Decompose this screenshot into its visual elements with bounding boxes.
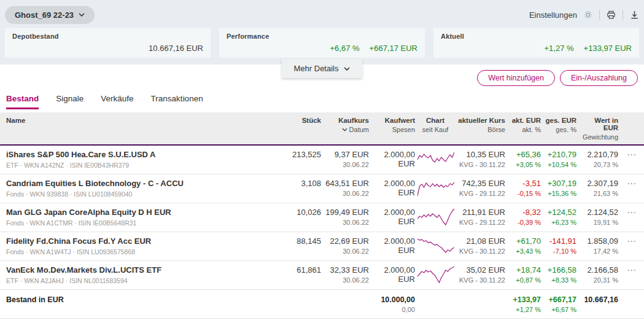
add-value-button[interactable]: Wert hinzufügen bbox=[477, 70, 555, 86]
stueck-cell: 3,108 bbox=[279, 174, 322, 203]
depot-balance-label: Depotbestand bbox=[12, 33, 203, 40]
portfolio-selector[interactable]: Ghost_69 22-23 bbox=[5, 6, 95, 24]
stueck-cell: 10,026 bbox=[279, 203, 322, 232]
row-menu-icon[interactable]: ⋯ bbox=[627, 236, 637, 246]
performance-card: Performance +6,67 % +667,17 EUR bbox=[219, 28, 425, 58]
row-menu-icon[interactable]: ⋯ bbox=[627, 265, 637, 275]
col-aktueller-kurs: aktueller KursBörse bbox=[454, 112, 506, 145]
wert-cell: 2.307,1921,63 % bbox=[578, 174, 619, 203]
stueck-cell: 213,525 bbox=[279, 145, 322, 174]
row-menu-cell: ⋯ bbox=[619, 174, 644, 203]
sparkline-chart bbox=[417, 208, 454, 226]
kurs-cell: 742,35 EURKVG - 29.11.22 bbox=[454, 174, 506, 203]
more-details-label: Mehr Details bbox=[294, 64, 339, 73]
details-action-row: Mehr Details Wert hinzufügen Ein-/Auszah… bbox=[0, 64, 644, 89]
chart-cell bbox=[416, 174, 454, 203]
row-menu-cell: ⋯ bbox=[619, 261, 644, 290]
wert-cell: 1.858,0917,42 % bbox=[578, 232, 619, 261]
security-info: Fonds · WKN A1CTMR · ISIN IE00B5648R31 bbox=[6, 219, 278, 227]
cash-in-out-button[interactable]: Ein-/Auszahlung bbox=[560, 70, 638, 86]
chart-cell bbox=[416, 203, 454, 232]
performance-value: +667,17 EUR bbox=[370, 44, 417, 53]
row-menu-icon[interactable]: ⋯ bbox=[627, 149, 637, 160]
row-menu-cell: ⋯ bbox=[619, 232, 644, 261]
performance-label: Performance bbox=[227, 33, 417, 40]
akt-cell: +18,74+0,87 % bbox=[506, 261, 542, 290]
sparkline-chart bbox=[417, 179, 454, 197]
tab-bestand[interactable]: Bestand bbox=[6, 94, 39, 109]
ges-cell: +307,19+15,36 % bbox=[542, 174, 578, 203]
kurs-cell: 35,02 EURKVG - 30.11.22 bbox=[454, 261, 506, 290]
more-details-button[interactable]: Mehr Details bbox=[282, 59, 363, 78]
col-wert-in-eur: Wert in EURGewichtung bbox=[578, 112, 619, 145]
sort-chevron-down-icon bbox=[342, 128, 347, 131]
kaufwert-cell: 2.000,00 EUR bbox=[370, 261, 416, 290]
security-name[interactable]: iShares S&P 500 Hea.Care S.U.E.USD A bbox=[6, 150, 278, 159]
col-stueck: Stück bbox=[279, 112, 322, 145]
security-cell: Candriam Equities L Biotechnology - C - … bbox=[0, 174, 279, 203]
row-menu-icon[interactable]: ⋯ bbox=[627, 178, 637, 189]
security-name[interactable]: VanEck Mo.Dev.Markets Div.L.UCITS ETF bbox=[6, 265, 278, 275]
security-cell: Fidelity Fd.China Focus Fd.Y Acc EUR Fon… bbox=[0, 232, 279, 261]
akt-cell: +61,70+3,43 % bbox=[506, 232, 542, 261]
row-menu-cell: ⋯ bbox=[619, 145, 644, 174]
table-row: iShares S&P 500 Hea.Care S.U.E.USD A ETF… bbox=[0, 145, 644, 174]
wert-cell: 2.166,5820,31 % bbox=[578, 261, 619, 290]
kaufkurs-cell: 32,33 EUR30.06.22 bbox=[322, 261, 370, 290]
ges-cell: +210,79+10,54 % bbox=[542, 145, 578, 174]
holdings-table: Name Stück Kaufkurs Datum KaufwertSpesen… bbox=[0, 112, 644, 320]
download-icon[interactable] bbox=[630, 10, 639, 20]
akt-cell: -3,51-0,15 % bbox=[506, 174, 542, 203]
ges-cell: +124,52+6,23 % bbox=[542, 203, 578, 232]
security-name[interactable]: Man GLG Japan CoreAlpha Equity D H EUR bbox=[6, 208, 278, 217]
totals-ges: +667,17+6,67 % bbox=[542, 290, 578, 319]
security-info: ETF · WKN A142NZ · ISIN IE00B43HR379 bbox=[6, 162, 278, 169]
sparkline-chart bbox=[417, 236, 454, 255]
tab-bar: Bestand Signale Verkäufe Transaktionen bbox=[0, 89, 644, 109]
kaufwert-cell: 2.000,00 EUR bbox=[370, 145, 416, 174]
col-kaufkurs: Kaufkurs Datum bbox=[322, 112, 370, 145]
current-percent: +1,27 % bbox=[545, 44, 574, 53]
kaufwert-cell: 2.000,00 EUR bbox=[370, 203, 416, 232]
current-label: Aktuell bbox=[441, 33, 632, 40]
chart-cell bbox=[416, 145, 454, 174]
current-card: Aktuell +1,27 % +133,97 EUR bbox=[433, 28, 639, 58]
kaufwert-cell: 2.000,00 EUR bbox=[370, 232, 416, 261]
kaufwert-cell: 2.000,00 EUR bbox=[370, 174, 416, 203]
kaufkurs-cell: 199,49 EUR30.06.22 bbox=[322, 203, 370, 232]
kaufkurs-cell: 22,69 EUR30.06.22 bbox=[322, 232, 370, 261]
kurs-cell: 10,35 EURKVG - 30.11.22 bbox=[454, 145, 506, 174]
settings-label[interactable]: Einstellungen bbox=[529, 10, 577, 20]
chart-cell bbox=[416, 232, 454, 261]
totals-bestand-row: Bestand in EUR 10.000,000,00 +133,97+1,2… bbox=[0, 290, 644, 319]
depot-balance-card: Depotbestand 10.667,16 EUR bbox=[5, 28, 211, 58]
security-name[interactable]: Candriam Equities L Biotechnology - C - … bbox=[6, 179, 278, 188]
ges-cell: +166,58+8,33 % bbox=[542, 261, 578, 290]
row-menu-cell: ⋯ bbox=[619, 203, 644, 232]
tab-signale[interactable]: Signale bbox=[56, 94, 83, 109]
summary-cards: Depotbestand 10.667,16 EUR Performance +… bbox=[5, 28, 639, 58]
chevron-down-icon bbox=[79, 13, 85, 17]
col-menu bbox=[619, 112, 644, 145]
divider bbox=[623, 10, 623, 20]
print-icon[interactable] bbox=[607, 10, 616, 20]
security-info: Fonds · WKN A1W4TJ · ISIN LU0936575868 bbox=[6, 248, 278, 256]
sort-datum[interactable]: Datum bbox=[324, 126, 369, 133]
tab-transaktionen[interactable]: Transaktionen bbox=[151, 94, 203, 109]
sparkline-chart bbox=[417, 150, 454, 168]
chart-cell bbox=[416, 261, 454, 290]
col-kaufwert: KaufwertSpesen bbox=[370, 112, 416, 145]
col-chart: Chartseit Kauf bbox=[416, 112, 454, 145]
tab-verkaeufe[interactable]: Verkäufe bbox=[101, 94, 133, 109]
sparkline-chart bbox=[417, 265, 454, 284]
kurs-cell: 211,91 EURKVG - 29.11.22 bbox=[454, 203, 506, 232]
security-name[interactable]: Fidelity Fd.China Focus Fd.Y Acc EUR bbox=[6, 236, 278, 246]
table-row: Candriam Equities L Biotechnology - C - … bbox=[0, 174, 644, 203]
gear-icon[interactable] bbox=[584, 10, 592, 19]
row-menu-icon[interactable]: ⋯ bbox=[627, 207, 637, 217]
divider bbox=[599, 10, 600, 20]
col-ges-eur: ges. EURges. % bbox=[542, 112, 578, 145]
ges-cell: -141,91-7,10 % bbox=[542, 232, 578, 261]
top-section: Ghost_69 22-23 Einstellungen Depotbestan… bbox=[0, 0, 644, 64]
performance-percent: +6,67 % bbox=[330, 44, 360, 53]
